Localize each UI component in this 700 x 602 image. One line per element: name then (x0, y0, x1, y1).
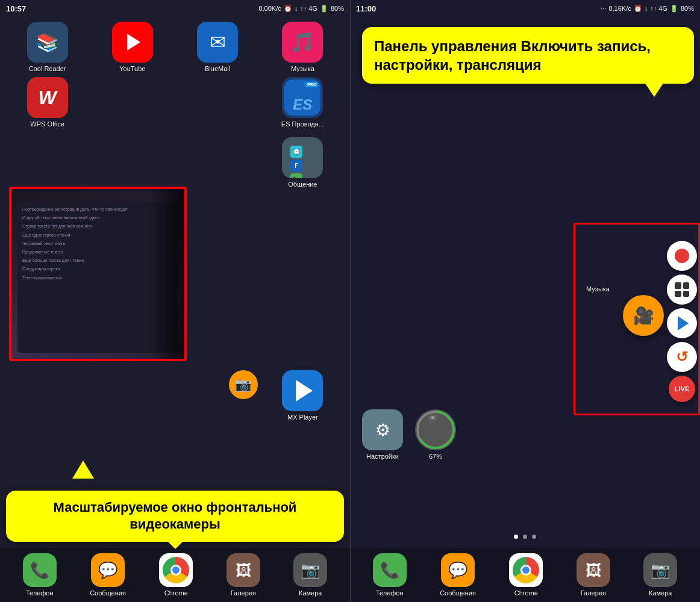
right-dock-camera[interactable]: 📷 Камера (643, 553, 677, 597)
app-item-empty-3 (7, 137, 87, 188)
messages-label: Сообщения (90, 589, 126, 597)
play-button[interactable] (667, 308, 697, 338)
chat-icon: 💬 F 📞 VK (282, 137, 323, 178)
left-time: 10:57 (6, 4, 26, 13)
settings-icon: ⚙ (362, 409, 403, 450)
left-app-row-3: 💬 F 📞 VK Общение (0, 137, 350, 193)
right-battery-pct: 80% (681, 5, 694, 12)
mx-label: MX Player (287, 414, 318, 421)
right-dock-gallery[interactable]: 🖼 Галерея (577, 553, 610, 597)
right-messages-icon: 💬 (441, 553, 475, 587)
app-item-empty-7 (92, 370, 172, 421)
right-dock-phone[interactable]: 📞 Телефон (373, 553, 407, 597)
phone-label: Телефон (26, 589, 54, 597)
video-camera-icon: 🎥 (633, 306, 654, 326)
app-item-youtube[interactable]: YouTube (92, 22, 172, 72)
live-button[interactable]: LIVE (669, 376, 695, 402)
left-app-row-1: 📚 Cool Reader YouTube ✉ BlueMail 🎵 Музык… (0, 17, 350, 77)
dock-phone[interactable]: 📞 Телефон (23, 553, 57, 597)
app-item-empty-4 (92, 137, 172, 188)
youtube-icon (112, 22, 153, 63)
right-status-bar: 11:00 ··· 0,16K/c ⏰ ↕ ↑↑ 4G 🔋 80% (350, 0, 700, 17)
gallery-icon: 🖼 (227, 553, 260, 587)
settings-item[interactable]: ⚙ Настройки (362, 409, 403, 460)
right-network-bars: ↑↑ 4G (650, 5, 667, 12)
bluemail-icon: ✉ (197, 22, 238, 63)
app-item-mx[interactable]: MX Player (263, 370, 343, 421)
right-dock-chrome[interactable]: Chrome (509, 553, 543, 597)
app-item-music[interactable]: 🎵 Музыка (263, 22, 343, 72)
screen-divider (350, 0, 351, 602)
mx-icon (282, 370, 323, 411)
dock-messages[interactable]: 💬 Сообщения (90, 553, 126, 597)
record-icon (675, 249, 689, 263)
left-app-row-2: W WPS Office PRO ES ES Проводн... (0, 77, 350, 132)
record-button[interactable] (667, 241, 697, 271)
dock-camera[interactable]: 📷 Камера (293, 553, 327, 597)
cool-reader-icon: 📚 (27, 22, 68, 63)
app-item-chat[interactable]: 💬 F 📞 VK Общение (263, 137, 343, 188)
right-gallery-label: Галерея (581, 589, 606, 597)
settings-label: Настройки (366, 453, 399, 460)
percent-circle: ✕ (415, 409, 456, 450)
left-callout: Масштабируемое окно фронтальной видеокам… (6, 491, 344, 542)
left-network-bars: ↑↑ 4G (300, 5, 317, 12)
dot-3 (532, 535, 536, 539)
bluemail-label: BlueMail (205, 65, 230, 72)
camera-label: Камера (299, 589, 322, 597)
app-item-wps[interactable]: W WPS Office (7, 77, 87, 128)
right-dock-messages[interactable]: 💬 Сообщения (440, 553, 476, 597)
grid-icon (675, 282, 689, 297)
right-callout-text: Панель управления Включить запись, настр… (374, 38, 651, 73)
phone-icon: 📞 (23, 553, 57, 587)
refresh-icon: ↺ (676, 349, 688, 365)
right-battery-icon: 🔋 (670, 5, 678, 13)
dock-chrome[interactable]: Chrome (159, 553, 193, 597)
video-fab-button[interactable]: 🎥 (623, 295, 664, 336)
app-item-empty-6 (7, 370, 87, 421)
camera-preview-box: Подтверждение регистрации дата. Что-то п… (9, 187, 187, 361)
live-label: LIVE (675, 385, 689, 393)
right-settings-area: ⚙ Настройки ✕ 67% (362, 409, 456, 460)
dot-1 (514, 535, 518, 539)
dot-2 (523, 535, 527, 539)
right-chrome-icon (509, 553, 543, 587)
chat-label: Общение (288, 181, 317, 188)
right-callout: Панель управления Включить запись, настр… (362, 27, 694, 84)
camera-fab-icon[interactable]: 📷 (229, 370, 258, 399)
play-icon (678, 316, 689, 330)
right-dock: 📞 Телефон 💬 Сообщения Chrome 🖼 Галерея 📷… (350, 548, 700, 602)
right-fabs-container: ↺ LIVE (667, 241, 697, 402)
cool-reader-label: Cool Reader (29, 65, 66, 72)
dock-gallery[interactable]: 🖼 Галерея (227, 553, 260, 597)
app-item-es[interactable]: PRO ES ES Проводн... (263, 77, 343, 128)
grid-button[interactable] (667, 275, 697, 305)
left-arrow-up (72, 461, 94, 479)
app-item-bluemail[interactable]: ✉ BlueMail (178, 22, 258, 72)
right-phone-label: Телефон (376, 589, 404, 597)
music-icon: 🎵 (282, 22, 323, 63)
left-signal-icon: ↕ (295, 5, 298, 12)
right-phone-icon: 📞 (373, 553, 407, 587)
wps-icon: W (27, 77, 68, 118)
gallery-label: Галерея (231, 589, 256, 597)
camera-icon: 📷 (293, 553, 327, 587)
refresh-button[interactable]: ↺ (667, 342, 697, 372)
right-dots: ··· (601, 5, 606, 12)
left-battery-icon: 🔋 (320, 5, 328, 13)
es-icon: PRO ES (282, 77, 323, 118)
page-dots (350, 535, 700, 539)
app-item-empty-1 (92, 77, 172, 128)
right-callout-tail (645, 82, 664, 97)
es-label: ES Проводн... (281, 120, 324, 128)
app-item-cool-reader[interactable]: 📚 Cool Reader (7, 22, 87, 72)
chrome-label: Chrome (164, 589, 188, 597)
right-camera-icon: 📷 (643, 553, 677, 587)
left-app-row-4: 📷 MX Player (0, 370, 350, 426)
left-callout-text: Масштабируемое окно фронтальной видеокам… (54, 500, 297, 532)
right-signal-icon: ↕ (645, 5, 648, 12)
left-status-icons: 0,00K/c ⏰ ↕ ↑↑ 4G 🔋 80% (258, 5, 344, 13)
youtube-label: YouTube (119, 65, 145, 72)
right-time: 11:00 (356, 4, 376, 13)
right-chrome-label: Chrome (514, 589, 538, 597)
